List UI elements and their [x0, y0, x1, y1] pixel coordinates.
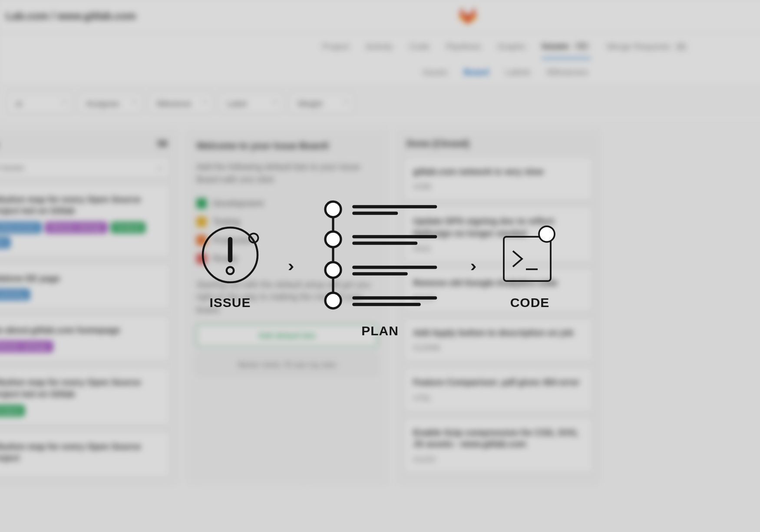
stage-label: ISSUE — [209, 295, 251, 310]
svg-point-3 — [227, 267, 234, 274]
svg-point-18 — [539, 226, 555, 242]
issue-icon — [198, 222, 263, 287]
stage-label: PLAN — [361, 324, 399, 338]
svg-point-6 — [325, 231, 341, 247]
plan-stage: PLAN — [315, 194, 445, 338]
issue-stage: ISSUE — [198, 222, 263, 310]
svg-rect-17 — [504, 237, 551, 281]
svg-point-8 — [325, 293, 341, 308]
svg-point-5 — [325, 202, 341, 217]
workflow-overlay: ISSUE ›› PLAN ›› CODE — [0, 0, 760, 532]
plan-icon — [315, 194, 445, 316]
svg-point-7 — [325, 262, 341, 278]
stage-label: CODE — [510, 295, 550, 310]
code-icon — [497, 222, 562, 287]
code-stage: CODE — [497, 222, 562, 310]
